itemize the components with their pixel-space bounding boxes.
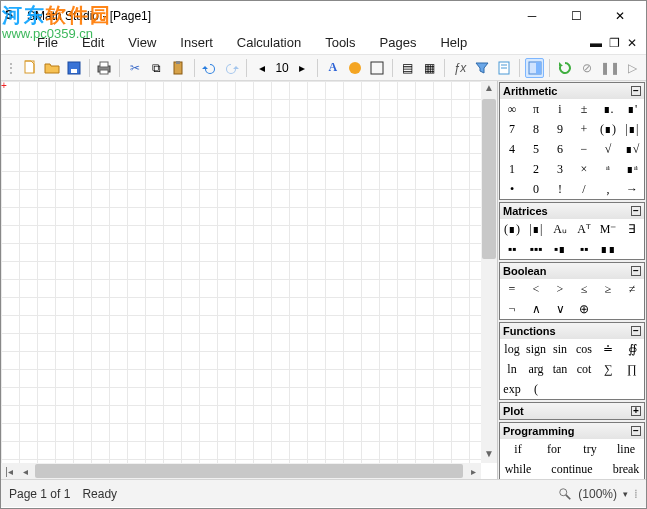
- panel-boolean-cell[interactable]: ¬: [500, 299, 524, 319]
- panel-functions-toggle[interactable]: −: [631, 326, 641, 336]
- recalc-button[interactable]: [555, 58, 574, 78]
- panel-boolean-cell[interactable]: =: [500, 279, 524, 299]
- hscroll-thumb[interactable]: [35, 464, 463, 478]
- panel-arithmetic-header[interactable]: Arithmetic−: [500, 83, 644, 99]
- panel-programming-cell[interactable]: line: [608, 439, 644, 459]
- panel-arithmetic-cell[interactable]: 7: [500, 119, 524, 139]
- menu-file[interactable]: File: [25, 32, 70, 53]
- scroll-right-icon[interactable]: ▸: [465, 466, 481, 477]
- panel-matrices-cell[interactable]: M⁻: [596, 219, 620, 239]
- panel-programming-header[interactable]: Programming−: [500, 423, 644, 439]
- snippet-button[interactable]: [495, 58, 514, 78]
- panel-functions-cell[interactable]: sign: [524, 339, 548, 359]
- panel-functions-cell[interactable]: ln: [500, 359, 524, 379]
- panel-programming-cell[interactable]: while: [500, 459, 536, 479]
- magnifier-icon[interactable]: [558, 487, 572, 501]
- panel-arithmetic-cell[interactable]: ∎.: [596, 99, 620, 119]
- panel-arithmetic-cell[interactable]: /: [572, 179, 596, 199]
- panel-matrices-cell[interactable]: ∎∎: [596, 239, 620, 259]
- menu-pages[interactable]: Pages: [368, 32, 429, 53]
- align-left-button[interactable]: ▤: [398, 58, 417, 78]
- fontsize-decrease-button[interactable]: ◂: [252, 58, 272, 78]
- panel-functions-cell[interactable]: (: [524, 379, 548, 399]
- paste-button[interactable]: [169, 58, 188, 78]
- panel-functions-cell[interactable]: cot: [572, 359, 596, 379]
- panel-arithmetic-cell[interactable]: 9: [548, 119, 572, 139]
- panel-functions-cell[interactable]: arg: [524, 359, 548, 379]
- panel-arithmetic-cell[interactable]: →: [620, 179, 644, 199]
- panel-programming-toggle[interactable]: −: [631, 426, 641, 436]
- panel-boolean-header[interactable]: Boolean−: [500, 263, 644, 279]
- panel-arithmetic-cell[interactable]: ∎ⁿ: [620, 159, 644, 179]
- print-button[interactable]: [95, 58, 114, 78]
- panel-programming-cell[interactable]: try: [572, 439, 608, 459]
- panel-arithmetic-cell[interactable]: 6: [548, 139, 572, 159]
- fx-button[interactable]: ƒx: [450, 58, 469, 78]
- status-grip-icon[interactable]: ⁞: [634, 487, 638, 501]
- panel-arithmetic-cell[interactable]: ⁿ: [596, 159, 620, 179]
- panel-arithmetic-cell[interactable]: −: [572, 139, 596, 159]
- panel-matrices-cell[interactable]: |∎|: [524, 219, 548, 239]
- panel-plot-toggle[interactable]: +: [631, 406, 641, 416]
- panel-arithmetic-cell[interactable]: ±: [572, 99, 596, 119]
- panel-boolean-toggle[interactable]: −: [631, 266, 641, 276]
- close-button[interactable]: ✕: [598, 2, 642, 30]
- prev-page-icon[interactable]: |◂: [1, 466, 17, 477]
- menu-insert[interactable]: Insert: [168, 32, 225, 53]
- panel-boolean-cell[interactable]: ⊕: [572, 299, 596, 319]
- filter-button[interactable]: [473, 58, 492, 78]
- panel-programming-cell[interactable]: break: [608, 459, 644, 479]
- panel-matrices-cell[interactable]: ▪▪▪: [524, 239, 548, 259]
- panel-arithmetic-toggle[interactable]: −: [631, 86, 641, 96]
- panel-matrices-cell[interactable]: ▪▪: [572, 239, 596, 259]
- panel-arithmetic-cell[interactable]: 2: [524, 159, 548, 179]
- panel-boolean-cell[interactable]: ≥: [596, 279, 620, 299]
- worksheet-canvas[interactable]: +: [1, 81, 481, 463]
- panel-functions-cell[interactable]: ≐: [596, 339, 620, 359]
- horizontal-scrollbar[interactable]: |◂ ◂ ▸: [1, 463, 481, 479]
- mdi-restore-icon[interactable]: ❐: [606, 36, 622, 50]
- panel-arithmetic-cell[interactable]: 4: [500, 139, 524, 159]
- panel-programming-cell[interactable]: for: [536, 439, 572, 459]
- menu-calculation[interactable]: Calculation: [225, 32, 313, 53]
- fontsize-increase-button[interactable]: ▸: [292, 58, 312, 78]
- menu-view[interactable]: View: [116, 32, 168, 53]
- panel-matrices-cell[interactable]: Aᵤ: [548, 219, 572, 239]
- zoom-dropdown-icon[interactable]: ▾: [623, 489, 628, 499]
- menu-edit[interactable]: Edit: [70, 32, 116, 53]
- panel-matrices-toggle[interactable]: −: [631, 206, 641, 216]
- panel-functions-cell[interactable]: ∏: [620, 359, 644, 379]
- panel-arithmetic-cell[interactable]: ,: [596, 179, 620, 199]
- stop-button[interactable]: ⊘: [578, 58, 597, 78]
- panel-arithmetic-cell[interactable]: 3: [548, 159, 572, 179]
- panel-boolean-cell[interactable]: ≠: [620, 279, 644, 299]
- panel-arithmetic-cell[interactable]: ∞: [500, 99, 524, 119]
- panel-arithmetic-cell[interactable]: 5: [524, 139, 548, 159]
- new-button[interactable]: [20, 58, 39, 78]
- panel-arithmetic-cell[interactable]: |∎|: [620, 119, 644, 139]
- open-button[interactable]: [42, 58, 61, 78]
- maximize-button[interactable]: ☐: [554, 2, 598, 30]
- save-button[interactable]: [65, 58, 84, 78]
- panel-boolean-cell[interactable]: ≤: [572, 279, 596, 299]
- vscroll-thumb[interactable]: [482, 99, 496, 259]
- panel-arithmetic-cell[interactable]: ×: [572, 159, 596, 179]
- panel-programming-cell[interactable]: if: [500, 439, 536, 459]
- panels-toggle-button[interactable]: [525, 58, 544, 78]
- panel-functions-cell[interactable]: sin: [548, 339, 572, 359]
- panel-arithmetic-cell[interactable]: 8: [524, 119, 548, 139]
- copy-button[interactable]: ⧉: [147, 58, 166, 78]
- menu-help[interactable]: Help: [428, 32, 479, 53]
- border-button[interactable]: [368, 58, 387, 78]
- toolbar-grip-icon[interactable]: ⋮: [5, 61, 17, 75]
- panel-functions-cell[interactable]: ∑: [596, 359, 620, 379]
- panel-arithmetic-cell[interactable]: (∎): [596, 119, 620, 139]
- panel-matrices-cell[interactable]: ▪▪: [500, 239, 524, 259]
- undo-button[interactable]: [200, 58, 219, 78]
- panel-programming-cell[interactable]: continue: [536, 459, 608, 479]
- panel-arithmetic-cell[interactable]: ∎': [620, 99, 644, 119]
- panel-boolean-cell[interactable]: ∨: [548, 299, 572, 319]
- panel-plot-header[interactable]: Plot+: [500, 403, 644, 419]
- menu-tools[interactable]: Tools: [313, 32, 367, 53]
- mdi-close-icon[interactable]: ✕: [624, 36, 640, 50]
